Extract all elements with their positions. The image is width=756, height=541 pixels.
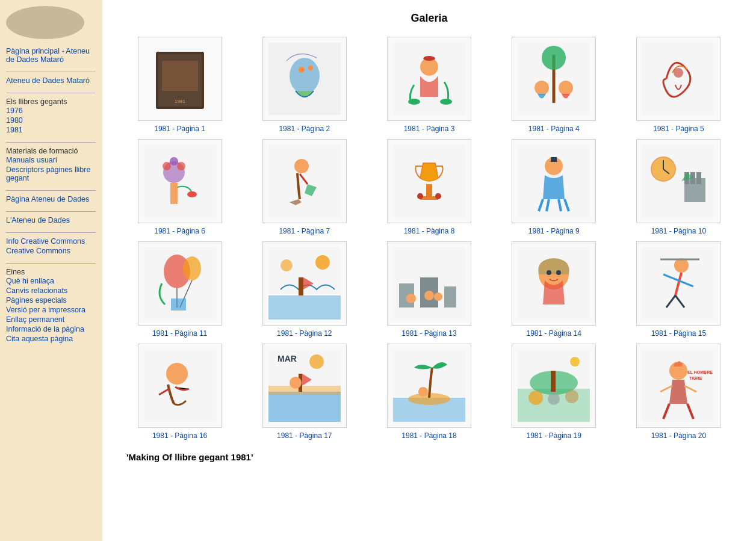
sidebar-item-descriptors[interactable]: Descriptors pàgines llibre gegant bbox=[6, 165, 96, 183]
svg-rect-55 bbox=[299, 277, 303, 295]
sidebar-materials-heading: Materials de formació bbox=[6, 146, 78, 156]
gallery-label-7[interactable]: 1981 - Pàgina 7 bbox=[279, 227, 330, 235]
sidebar-item-1976[interactable]: 1976 bbox=[6, 106, 96, 116]
svg-point-47 bbox=[183, 256, 201, 280]
svg-point-81 bbox=[418, 387, 428, 397]
gallery-label-6[interactable]: 1981 - Pàgina 6 bbox=[154, 227, 205, 235]
svg-rect-2 bbox=[162, 61, 198, 91]
svg-text:TIGRE: TIGRE bbox=[689, 376, 702, 380]
gallery-label-10[interactable]: 1981 - Pàgina 10 bbox=[651, 227, 706, 235]
gallery-label-3[interactable]: 1981 - Pàgina 3 bbox=[404, 125, 455, 133]
gallery-thumb-17[interactable]: MAR bbox=[262, 344, 347, 428]
gallery-item: 1981 - Pàgina 19 bbox=[495, 344, 613, 440]
sidebar-item-enllac[interactable]: Enllaç permanent bbox=[6, 315, 96, 324]
gallery-label-5[interactable]: 1981 - Pàgina 5 bbox=[653, 125, 704, 133]
svg-rect-10 bbox=[423, 56, 435, 61]
gallery-item: 1981 - Pàgina 8 bbox=[370, 139, 488, 235]
gallery-thumb-20[interactable]: EL HOMBRE TIGRE bbox=[636, 344, 720, 428]
sidebar-eines-section: Eines Què hi enllaça Canvis relacionats … bbox=[6, 267, 96, 344]
sidebar-item-pagines[interactable]: Pàgines especials bbox=[6, 295, 96, 305]
gallery-item: 1981 - Pàgina 14 bbox=[495, 241, 613, 338]
gallery-thumb-12[interactable] bbox=[262, 241, 347, 326]
svg-point-54 bbox=[280, 259, 293, 271]
gallery-thumb-16[interactable] bbox=[138, 344, 222, 428]
gallery-thumb-1[interactable]: 1981 bbox=[138, 37, 222, 121]
svg-point-28 bbox=[294, 159, 309, 173]
sidebar-item-1980[interactable]: 1980 bbox=[6, 116, 96, 125]
gallery-thumb-9[interactable] bbox=[512, 139, 596, 223]
gallery-thumb-4[interactable] bbox=[512, 37, 596, 121]
gallery-thumb-19[interactable] bbox=[512, 344, 596, 428]
svg-point-88 bbox=[565, 390, 578, 403]
gallery-item: 1981 - Pàgina 4 bbox=[495, 37, 613, 133]
gallery-label-19[interactable]: 1981 - Pàgina 19 bbox=[526, 431, 581, 440]
gallery-thumb-18[interactable] bbox=[387, 344, 471, 428]
gallery-label-20[interactable]: 1981 - Pàgina 20 bbox=[651, 431, 706, 440]
gallery-label-11[interactable]: 1981 - Pàgina 11 bbox=[152, 329, 207, 338]
gallery-item: 1981 - Pàgina 2 bbox=[245, 37, 364, 133]
gallery-item: 1981 - Pàgina 7 bbox=[245, 139, 364, 235]
gallery-thumb-10[interactable] bbox=[636, 139, 720, 223]
sidebar-item-info[interactable]: Informació de la pàgina bbox=[6, 324, 96, 334]
gallery-label-13[interactable]: 1981 - Pàgina 13 bbox=[401, 329, 456, 338]
gallery-item: 1981 - Pàgina 11 bbox=[120, 241, 239, 338]
svg-rect-25 bbox=[170, 183, 178, 204]
svg-point-6 bbox=[299, 67, 305, 73]
sidebar-item-cc[interactable]: Creative Commons bbox=[6, 246, 96, 256]
gallery-label-16[interactable]: 1981 - Pàgina 16 bbox=[152, 431, 207, 440]
gallery-item: 1981 - Pàgina 12 bbox=[245, 241, 364, 338]
sidebar-llibres-heading: Els llibres gegants bbox=[6, 97, 67, 107]
svg-point-53 bbox=[315, 255, 330, 270]
svg-point-23 bbox=[163, 162, 171, 170]
gallery-thumb-5[interactable] bbox=[636, 37, 720, 121]
svg-rect-52 bbox=[268, 295, 341, 320]
sidebar-item-home[interactable]: Pàgina principal - Ateneu de Dades Matar… bbox=[6, 46, 96, 64]
gallery-thumb-7[interactable] bbox=[262, 139, 347, 223]
gallery-label-12[interactable]: 1981 - Pàgina 12 bbox=[277, 329, 332, 338]
gallery-label-8[interactable]: 1981 - Pàgina 8 bbox=[404, 227, 455, 235]
svg-point-32 bbox=[417, 193, 423, 199]
gallery-label-1[interactable]: 1981 - Pàgina 1 bbox=[154, 125, 205, 133]
sidebar-item-1981[interactable]: 1981 bbox=[6, 125, 96, 135]
svg-rect-73 bbox=[268, 386, 341, 395]
gallery-label-18[interactable]: 1981 - Pàgina 18 bbox=[401, 431, 456, 440]
sidebar-item-quehienllaça[interactable]: Què hi enllaça bbox=[6, 276, 96, 286]
gallery-thumb-14[interactable] bbox=[512, 241, 596, 326]
svg-text:1981: 1981 bbox=[175, 99, 185, 104]
svg-point-65 bbox=[547, 270, 551, 275]
sidebar: Pàgina principal - Ateneu de Dades Matar… bbox=[0, 0, 102, 541]
gallery-thumb-15[interactable] bbox=[636, 241, 720, 326]
gallery-thumb-8[interactable] bbox=[387, 139, 471, 223]
gallery-label-2[interactable]: 1981 - Pàgina 2 bbox=[279, 125, 330, 133]
gallery-item: 1981 - Pàgina 6 bbox=[120, 139, 239, 235]
sidebar-item-canvis[interactable]: Canvis relacionats bbox=[6, 286, 96, 295]
sidebar-item-manuals[interactable]: Manuals usuari bbox=[6, 155, 96, 165]
gallery-item: 1981 1981 - Pàgina 1 bbox=[120, 37, 239, 133]
sidebar-item-versio[interactable]: Versió per a impressora bbox=[6, 305, 96, 315]
svg-point-11 bbox=[408, 99, 420, 105]
sidebar-item-pagina-ateneu[interactable]: Pàgina Ateneu de Dades bbox=[6, 194, 96, 204]
sidebar-item-ateneu[interactable]: Ateneu de Dades Mataró bbox=[6, 76, 96, 85]
gallery-item: MAR 1981 - Pàgina 17 bbox=[245, 344, 364, 440]
gallery-item: 1981 - Pàgina 18 bbox=[370, 344, 488, 440]
sidebar-item-lateneu[interactable]: L'Ateneu de Dades bbox=[6, 215, 96, 225]
gallery-label-9[interactable]: 1981 - Pàgina 9 bbox=[528, 227, 580, 235]
gallery-thumb-11[interactable] bbox=[138, 241, 222, 326]
svg-rect-59 bbox=[444, 286, 456, 308]
svg-rect-30 bbox=[426, 184, 432, 196]
gallery-thumb-3[interactable] bbox=[387, 37, 471, 121]
gallery-label-17[interactable]: 1981 - Pàgina 17 bbox=[277, 431, 332, 440]
svg-point-16 bbox=[534, 81, 549, 95]
gallery-label-4[interactable]: 1981 - Pàgina 4 bbox=[528, 125, 580, 133]
gallery-label-14[interactable]: 1981 - Pàgina 14 bbox=[526, 329, 581, 338]
sidebar-item-info-cc[interactable]: Info Creative Commons bbox=[6, 236, 96, 246]
gallery-thumb-2[interactable] bbox=[262, 37, 347, 121]
gallery-thumb-13[interactable] bbox=[387, 241, 471, 326]
gallery-label-15[interactable]: 1981 - Pàgina 15 bbox=[651, 329, 706, 338]
sidebar-item-cita[interactable]: Cita aquesta pàgina bbox=[6, 334, 96, 344]
svg-text:EL HOMBRE: EL HOMBRE bbox=[687, 370, 713, 374]
svg-rect-85 bbox=[551, 371, 556, 392]
svg-point-61 bbox=[424, 291, 434, 300]
gallery-thumb-6[interactable] bbox=[138, 139, 222, 223]
svg-point-24 bbox=[177, 162, 185, 170]
